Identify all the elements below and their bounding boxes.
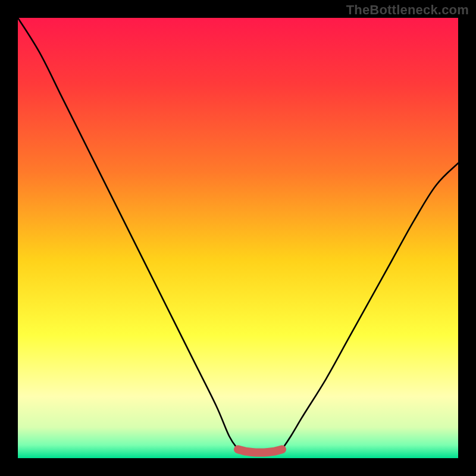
chart-svg [18, 18, 458, 458]
watermark-text: TheBottleneck.com [346, 2, 469, 18]
plot-area [18, 18, 458, 458]
flat-region-marker [238, 449, 282, 452]
chart-background [18, 18, 458, 458]
chart-frame: TheBottleneck.com [0, 0, 476, 476]
